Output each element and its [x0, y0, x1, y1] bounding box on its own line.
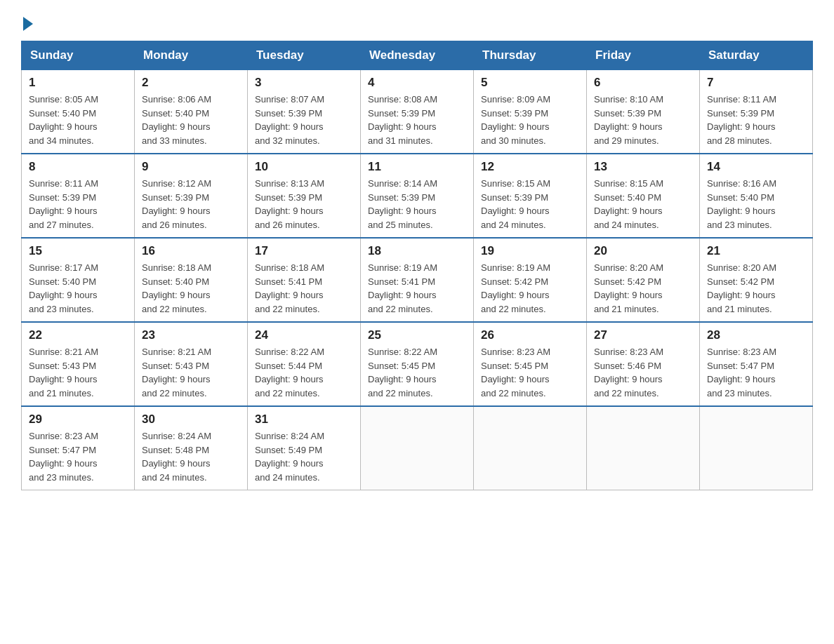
week-row-2: 8 Sunrise: 8:11 AM Sunset: 5:39 PM Dayli…	[22, 154, 813, 238]
day-number: 17	[255, 244, 353, 258]
day-info: Sunrise: 8:19 AM Sunset: 5:42 PM Dayligh…	[481, 261, 579, 316]
day-number: 12	[481, 160, 579, 174]
day-info: Sunrise: 8:21 AM Sunset: 5:43 PM Dayligh…	[142, 345, 240, 400]
day-info: Sunrise: 8:24 AM Sunset: 5:48 PM Dayligh…	[142, 429, 240, 484]
week-row-4: 22 Sunrise: 8:21 AM Sunset: 5:43 PM Dayl…	[22, 322, 813, 406]
day-number: 2	[142, 76, 240, 90]
day-cell: 29 Sunrise: 8:23 AM Sunset: 5:47 PM Dayl…	[22, 406, 135, 490]
day-info: Sunrise: 8:08 AM Sunset: 5:39 PM Dayligh…	[368, 93, 466, 147]
logo	[21, 14, 33, 27]
week-row-5: 29 Sunrise: 8:23 AM Sunset: 5:47 PM Dayl…	[22, 406, 813, 490]
day-info: Sunrise: 8:24 AM Sunset: 5:49 PM Dayligh…	[255, 429, 353, 484]
day-info: Sunrise: 8:20 AM Sunset: 5:42 PM Dayligh…	[594, 261, 692, 316]
day-number: 19	[481, 244, 579, 258]
col-header-sunday: Sunday	[22, 41, 135, 70]
day-number: 11	[368, 160, 466, 174]
day-cell: 25 Sunrise: 8:22 AM Sunset: 5:45 PM Dayl…	[361, 322, 474, 406]
day-cell: 9 Sunrise: 8:12 AM Sunset: 5:39 PM Dayli…	[135, 154, 248, 238]
day-number: 5	[481, 76, 579, 90]
day-cell	[587, 406, 700, 490]
day-cell: 14 Sunrise: 8:16 AM Sunset: 5:40 PM Dayl…	[700, 154, 813, 238]
day-cell: 4 Sunrise: 8:08 AM Sunset: 5:39 PM Dayli…	[361, 70, 474, 154]
day-cell: 10 Sunrise: 8:13 AM Sunset: 5:39 PM Dayl…	[248, 154, 361, 238]
day-cell: 30 Sunrise: 8:24 AM Sunset: 5:48 PM Dayl…	[135, 406, 248, 490]
logo-arrow-icon	[23, 17, 33, 31]
day-number: 10	[255, 160, 353, 174]
day-info: Sunrise: 8:18 AM Sunset: 5:41 PM Dayligh…	[255, 261, 353, 316]
day-number: 13	[594, 160, 692, 174]
day-cell: 15 Sunrise: 8:17 AM Sunset: 5:40 PM Dayl…	[22, 238, 135, 322]
day-info: Sunrise: 8:05 AM Sunset: 5:40 PM Dayligh…	[29, 93, 127, 147]
day-info: Sunrise: 8:14 AM Sunset: 5:39 PM Dayligh…	[368, 177, 466, 232]
day-info: Sunrise: 8:22 AM Sunset: 5:45 PM Dayligh…	[368, 345, 466, 400]
col-header-monday: Monday	[135, 41, 248, 70]
day-cell: 3 Sunrise: 8:07 AM Sunset: 5:39 PM Dayli…	[248, 70, 361, 154]
col-header-thursday: Thursday	[474, 41, 587, 70]
day-info: Sunrise: 8:20 AM Sunset: 5:42 PM Dayligh…	[707, 261, 805, 316]
day-cell: 20 Sunrise: 8:20 AM Sunset: 5:42 PM Dayl…	[587, 238, 700, 322]
day-info: Sunrise: 8:17 AM Sunset: 5:40 PM Dayligh…	[29, 261, 127, 316]
day-cell: 7 Sunrise: 8:11 AM Sunset: 5:39 PM Dayli…	[700, 70, 813, 154]
day-cell: 18 Sunrise: 8:19 AM Sunset: 5:41 PM Dayl…	[361, 238, 474, 322]
day-number: 28	[707, 328, 805, 342]
day-cell: 17 Sunrise: 8:18 AM Sunset: 5:41 PM Dayl…	[248, 238, 361, 322]
day-info: Sunrise: 8:23 AM Sunset: 5:47 PM Dayligh…	[29, 429, 127, 484]
day-number: 21	[707, 244, 805, 258]
day-number: 6	[594, 76, 692, 90]
day-info: Sunrise: 8:21 AM Sunset: 5:43 PM Dayligh…	[29, 345, 127, 400]
day-number: 25	[368, 328, 466, 342]
day-number: 4	[368, 76, 466, 90]
day-number: 27	[594, 328, 692, 342]
col-header-friday: Friday	[587, 41, 700, 70]
day-cell: 28 Sunrise: 8:23 AM Sunset: 5:47 PM Dayl…	[700, 322, 813, 406]
day-cell: 1 Sunrise: 8:05 AM Sunset: 5:40 PM Dayli…	[22, 70, 135, 154]
day-number: 8	[29, 160, 127, 174]
day-number: 30	[142, 412, 240, 427]
calendar-table: SundayMondayTuesdayWednesdayThursdayFrid…	[21, 41, 813, 490]
day-cell: 19 Sunrise: 8:19 AM Sunset: 5:42 PM Dayl…	[474, 238, 587, 322]
day-info: Sunrise: 8:22 AM Sunset: 5:44 PM Dayligh…	[255, 345, 353, 400]
day-cell	[361, 406, 474, 490]
day-cell: 13 Sunrise: 8:15 AM Sunset: 5:40 PM Dayl…	[587, 154, 700, 238]
day-number: 15	[29, 244, 127, 258]
week-row-3: 15 Sunrise: 8:17 AM Sunset: 5:40 PM Dayl…	[22, 238, 813, 322]
day-cell: 27 Sunrise: 8:23 AM Sunset: 5:46 PM Dayl…	[587, 322, 700, 406]
day-number: 14	[707, 160, 805, 174]
day-info: Sunrise: 8:15 AM Sunset: 5:40 PM Dayligh…	[594, 177, 692, 232]
col-header-wednesday: Wednesday	[361, 41, 474, 70]
day-info: Sunrise: 8:16 AM Sunset: 5:40 PM Dayligh…	[707, 177, 805, 232]
day-info: Sunrise: 8:23 AM Sunset: 5:45 PM Dayligh…	[481, 345, 579, 400]
day-number: 23	[142, 328, 240, 342]
day-cell: 24 Sunrise: 8:22 AM Sunset: 5:44 PM Dayl…	[248, 322, 361, 406]
day-cell: 16 Sunrise: 8:18 AM Sunset: 5:40 PM Dayl…	[135, 238, 248, 322]
day-number: 3	[255, 76, 353, 90]
day-number: 7	[707, 76, 805, 90]
day-info: Sunrise: 8:10 AM Sunset: 5:39 PM Dayligh…	[594, 93, 692, 147]
day-info: Sunrise: 8:06 AM Sunset: 5:40 PM Dayligh…	[142, 93, 240, 147]
day-number: 31	[255, 412, 353, 427]
day-cell: 26 Sunrise: 8:23 AM Sunset: 5:45 PM Dayl…	[474, 322, 587, 406]
page-header	[21, 14, 813, 27]
day-cell: 11 Sunrise: 8:14 AM Sunset: 5:39 PM Dayl…	[361, 154, 474, 238]
day-cell: 6 Sunrise: 8:10 AM Sunset: 5:39 PM Dayli…	[587, 70, 700, 154]
day-info: Sunrise: 8:23 AM Sunset: 5:46 PM Dayligh…	[594, 345, 692, 400]
day-info: Sunrise: 8:07 AM Sunset: 5:39 PM Dayligh…	[255, 93, 353, 147]
day-cell: 5 Sunrise: 8:09 AM Sunset: 5:39 PM Dayli…	[474, 70, 587, 154]
day-info: Sunrise: 8:15 AM Sunset: 5:39 PM Dayligh…	[481, 177, 579, 232]
day-number: 29	[29, 412, 127, 427]
day-number: 26	[481, 328, 579, 342]
day-info: Sunrise: 8:23 AM Sunset: 5:47 PM Dayligh…	[707, 345, 805, 400]
day-info: Sunrise: 8:09 AM Sunset: 5:39 PM Dayligh…	[481, 93, 579, 147]
day-number: 18	[368, 244, 466, 258]
day-info: Sunrise: 8:13 AM Sunset: 5:39 PM Dayligh…	[255, 177, 353, 232]
day-cell: 23 Sunrise: 8:21 AM Sunset: 5:43 PM Dayl…	[135, 322, 248, 406]
day-cell: 2 Sunrise: 8:06 AM Sunset: 5:40 PM Dayli…	[135, 70, 248, 154]
day-number: 1	[29, 76, 127, 90]
col-header-tuesday: Tuesday	[248, 41, 361, 70]
day-info: Sunrise: 8:12 AM Sunset: 5:39 PM Dayligh…	[142, 177, 240, 232]
day-cell	[700, 406, 813, 490]
day-cell: 22 Sunrise: 8:21 AM Sunset: 5:43 PM Dayl…	[22, 322, 135, 406]
day-cell: 31 Sunrise: 8:24 AM Sunset: 5:49 PM Dayl…	[248, 406, 361, 490]
day-info: Sunrise: 8:11 AM Sunset: 5:39 PM Dayligh…	[29, 177, 127, 232]
day-cell: 21 Sunrise: 8:20 AM Sunset: 5:42 PM Dayl…	[700, 238, 813, 322]
